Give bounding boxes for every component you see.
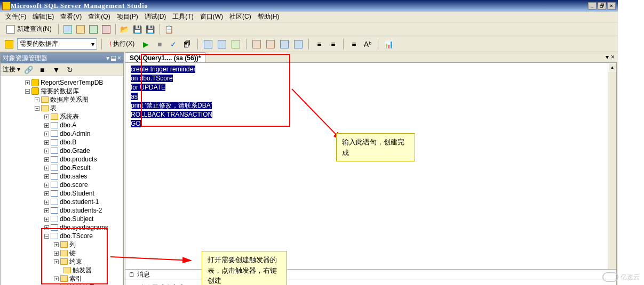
menu-file[interactable]: 文件(F) <box>2 12 29 21</box>
tree-node-tscore[interactable]: −dbo.TScore <box>1 232 123 240</box>
tool-icon[interactable]: Aᵇ <box>362 38 373 50</box>
annotation-text: 打开需要创建触发器的表，点击触发器，右键创建 <box>202 251 287 285</box>
menu-window[interactable]: 窗口(W) <box>197 12 226 21</box>
tree-node[interactable]: +列 <box>1 240 123 249</box>
close-button[interactable]: × <box>607 2 616 10</box>
tool-icon[interactable] <box>75 23 86 35</box>
connect-button[interactable]: 连接 ▾ <box>3 65 20 74</box>
save-all-icon[interactable]: 💾 <box>145 23 156 35</box>
dropdown-icon[interactable]: ▾ <box>106 54 109 62</box>
tree-node[interactable]: +dbo.products <box>1 155 123 164</box>
database-select-value: 需要的数据库 <box>20 39 58 48</box>
menu-community[interactable]: 社区(C) <box>226 12 255 21</box>
chevron-down-icon: ▾ <box>91 40 94 48</box>
restore-button[interactable]: 🗗 <box>598 2 606 10</box>
tree-node[interactable]: −需要的数据库 <box>1 87 123 95</box>
tree-node[interactable]: +dbo.sysdiagrams <box>1 223 123 232</box>
tool-icon[interactable] <box>265 38 276 50</box>
stop-icon[interactable]: ■ <box>154 38 165 50</box>
messages-body: 命令已成功完成。 <box>125 280 616 285</box>
menu-help[interactable]: 帮助(H) <box>255 12 283 21</box>
tool-icon[interactable] <box>216 38 228 50</box>
tool-icon[interactable] <box>202 38 214 50</box>
close-icon[interactable]: × <box>117 54 121 62</box>
message-icon: 🗒 <box>129 271 135 279</box>
check-icon[interactable]: ✓ <box>168 38 179 50</box>
tree-node[interactable]: +dbo.Admin <box>1 129 123 138</box>
tool-icon[interactable] <box>251 38 263 50</box>
tool-icon[interactable] <box>100 23 112 35</box>
tool-icon[interactable] <box>292 38 304 50</box>
object-tree[interactable]: +ReportServerTempDB −需要的数据库 +数据库关系图 −表 +… <box>1 76 123 285</box>
tool-icon[interactable] <box>230 38 242 50</box>
tree-node[interactable]: +约束 <box>1 257 123 266</box>
tool-icon[interactable] <box>88 23 99 35</box>
tool-icon[interactable]: 📋 <box>163 23 175 35</box>
menu-view[interactable]: 查看(V) <box>57 12 85 21</box>
menu-query[interactable]: 查询(Q) <box>85 12 113 21</box>
open-icon[interactable]: 📂 <box>119 23 131 35</box>
tool-icon[interactable]: 🔗 <box>22 64 34 76</box>
tool-icon[interactable]: 📊 <box>383 38 394 50</box>
execute-button[interactable]: ! 执行(X) <box>106 39 138 48</box>
sql-editor[interactable]: create trigger reminder on dbo.TScore fo… <box>125 62 617 285</box>
tab-label: SQLQuery1.... (sa (56))* <box>130 54 201 62</box>
editor-tab[interactable]: SQLQuery1.... (sa (56))* <box>125 52 205 63</box>
tree-node[interactable]: +dbo.B <box>1 138 123 146</box>
indent-icon[interactable]: ≡ <box>313 38 325 50</box>
db-icon[interactable] <box>3 38 15 50</box>
tree-node[interactable]: +dbo.sales <box>1 172 123 181</box>
tree-node[interactable]: +dbo.A <box>1 121 123 129</box>
tree-node[interactable]: +ReportServerTempDB <box>1 78 123 87</box>
tab-close-icon[interactable]: × <box>611 53 615 61</box>
tree-node[interactable]: +dbo.score <box>1 181 123 189</box>
tool-icon[interactable]: ■ <box>36 64 48 76</box>
tree-node[interactable]: +dbo.students-2 <box>1 206 123 215</box>
object-explorer-panel: 对象资源管理器 ▾ ⬓ × 连接 ▾ 🔗 ■ ▼ ↻ +ReportServer… <box>0 52 124 285</box>
tool-icon[interactable] <box>62 23 74 35</box>
save-icon[interactable]: 💾 <box>132 23 144 35</box>
tree-node[interactable]: −表 <box>1 104 123 112</box>
code-line: print '禁止修改，请联系DBA' <box>131 102 212 109</box>
pin-icon[interactable]: ⬓ <box>110 54 116 62</box>
refresh-icon[interactable]: ↻ <box>64 64 76 76</box>
tree-node[interactable]: +dbo.Student <box>1 189 123 198</box>
code-line: for UPDATE <box>131 84 165 91</box>
minimize-button[interactable]: _ <box>588 2 597 10</box>
database-select[interactable]: 需要的数据库 ▾ <box>17 38 97 50</box>
tree-node[interactable]: +统计信息 <box>1 283 123 285</box>
connect-bar: 连接 ▾ 🔗 ■ ▼ ↻ <box>1 63 123 76</box>
tool-icon[interactable]: 🗐 <box>181 38 193 50</box>
scroll-up-icon[interactable]: ▲ <box>608 63 616 71</box>
watermark: 亿速云 <box>602 272 640 282</box>
new-query-button[interactable]: 新建查询(N) <box>3 25 55 34</box>
tree-node[interactable]: +数据库关系图 <box>1 95 123 104</box>
menu-edit[interactable]: 编辑(E) <box>29 12 57 21</box>
messages-tab-label[interactable]: 消息 <box>137 270 150 279</box>
tree-node[interactable]: +dbo.Grade <box>1 146 123 155</box>
tree-node[interactable]: +键 <box>1 249 123 257</box>
content-area: SQLQuery1.... (sa (56))* ▾ × create trig… <box>124 52 618 285</box>
tree-node[interactable]: +dbo.Subject <box>1 215 123 223</box>
title-bar: Microsoft SQL Server Management Studio _… <box>0 0 618 12</box>
tool-icon[interactable]: ≡ <box>348 38 360 50</box>
tree-node[interactable]: +索引 <box>1 274 123 283</box>
tree-node-triggers[interactable]: 触发器 <box>1 266 123 274</box>
menu-bar: 文件(F) 编辑(E) 查看(V) 查询(Q) 项目(P) 调试(D) 工具(T… <box>0 12 618 22</box>
code-line: as <box>131 93 138 100</box>
tree-node[interactable]: +系统表 <box>1 112 123 121</box>
tree-node[interactable]: +dbo.student-1 <box>1 198 123 206</box>
filter-icon[interactable]: ▼ <box>50 64 62 76</box>
outdent-icon[interactable]: ≡ <box>327 38 339 50</box>
menu-tools[interactable]: 工具(T) <box>169 12 196 21</box>
new-query-label: 新建查询(N) <box>17 25 52 34</box>
menu-project[interactable]: 项目(P) <box>114 12 141 21</box>
annotation-text: 输入此语句，创建完成 <box>336 133 415 161</box>
tool-icon[interactable] <box>279 38 290 50</box>
play-icon[interactable]: ▶ <box>140 38 152 50</box>
tree-node[interactable]: +dbo.Result <box>1 164 123 172</box>
tab-dropdown-icon[interactable]: ▾ <box>606 53 609 61</box>
scrollbar[interactable]: ▲ ▼ <box>608 63 616 285</box>
window-title: Microsoft SQL Server Management Studio <box>11 2 587 10</box>
menu-debug[interactable]: 调试(D) <box>141 12 170 21</box>
